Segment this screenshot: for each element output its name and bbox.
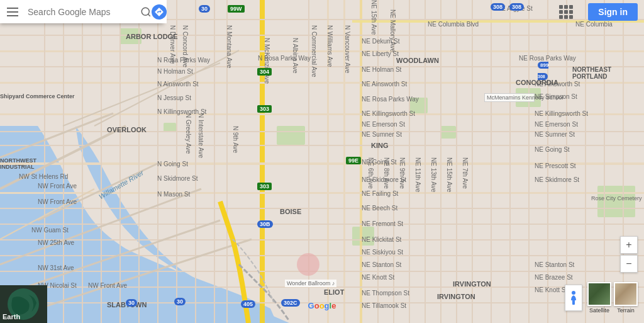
- svg-point-71: [572, 291, 575, 295]
- svg-rect-1: [119, 28, 142, 44]
- svg-line-70: [148, 14, 150, 16]
- svg-point-69: [142, 8, 149, 15]
- search-input[interactable]: [25, 7, 140, 17]
- svg-rect-13: [360, 0, 362, 323]
- hamburger-button[interactable]: [0, 0, 25, 23]
- pegman-button[interactable]: [565, 285, 582, 311]
- svg-rect-49: [176, 0, 177, 323]
- search-button[interactable]: [140, 0, 152, 23]
- svg-rect-40: [528, 0, 530, 323]
- svg-rect-41: [547, 0, 548, 323]
- svg-rect-37: [472, 0, 473, 323]
- map-container[interactable]: NE Dekum St NE Liberty St NE Holman St N…: [0, 0, 644, 323]
- svg-rect-44: [604, 0, 605, 323]
- svg-rect-2: [164, 123, 176, 132]
- sign-in-button[interactable]: Sign in: [588, 3, 638, 21]
- earth-label: Earth: [3, 313, 20, 320]
- svg-rect-34: [425, 0, 426, 323]
- svg-rect-36: [456, 0, 457, 323]
- zoom-out-button[interactable]: −: [620, 255, 638, 273]
- apps-grid-icon: [559, 5, 573, 19]
- svg-rect-3: [277, 126, 305, 145]
- earth-thumbnail[interactable]: Earth: [0, 285, 47, 323]
- svg-rect-35: [440, 0, 441, 323]
- hamburger-icon: [7, 8, 18, 16]
- svg-point-68: [297, 253, 319, 276]
- zoom-in-button[interactable]: +: [620, 236, 638, 254]
- layer-controls: Satellite Terrain: [565, 282, 638, 314]
- svg-rect-45: [623, 0, 624, 323]
- svg-rect-47: [214, 0, 215, 323]
- svg-rect-38: [491, 0, 492, 323]
- svg-rect-53: [101, 0, 102, 323]
- svg-rect-7: [597, 186, 635, 217]
- map-zoom-controls: + −: [620, 236, 638, 273]
- directions-button[interactable]: [152, 0, 167, 23]
- svg-rect-50: [157, 0, 158, 323]
- terrain-layer-thumb[interactable]: Terrain: [614, 282, 638, 314]
- svg-rect-52: [119, 0, 121, 323]
- svg-rect-32: [393, 0, 394, 323]
- svg-rect-8: [352, 227, 374, 246]
- svg-rect-42: [566, 0, 567, 323]
- svg-rect-39: [509, 0, 511, 323]
- svg-rect-43: [585, 0, 586, 323]
- svg-rect-46: [226, 0, 228, 323]
- satellite-layer-thumb[interactable]: Satellite: [587, 282, 611, 314]
- directions-icon: [152, 4, 167, 20]
- svg-rect-51: [138, 0, 140, 323]
- svg-rect-31: [377, 0, 379, 323]
- apps-button[interactable]: [557, 3, 575, 21]
- svg-rect-11: [327, 0, 329, 323]
- svg-rect-10: [260, 0, 265, 323]
- svg-rect-54: [82, 0, 83, 323]
- svg-rect-12: [343, 0, 345, 323]
- map-svg: [0, 0, 644, 323]
- pegman-icon: [569, 290, 579, 305]
- svg-rect-33: [409, 0, 410, 323]
- svg-rect-48: [195, 0, 196, 323]
- svg-rect-56: [44, 0, 45, 323]
- search-box: [0, 0, 164, 23]
